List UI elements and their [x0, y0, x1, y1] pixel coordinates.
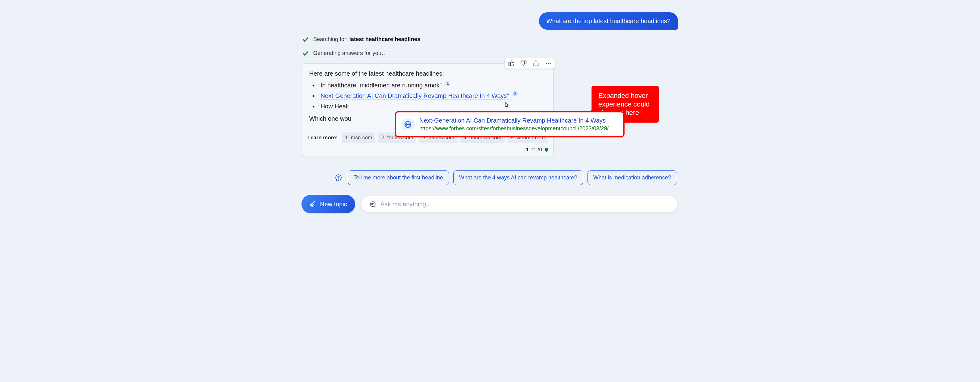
chat-outline-icon	[369, 200, 376, 208]
svg-point-2	[548, 63, 549, 64]
user-message-bubble: What are the top latest healthcare headl…	[539, 12, 678, 30]
suggestion-chip[interactable]: Tell me more about the first headline	[348, 171, 449, 185]
status-dot-icon	[545, 148, 548, 152]
status-searching: Searching for: latest healthcare headlin…	[302, 35, 730, 43]
new-topic-button[interactable]: New topic	[301, 195, 355, 213]
headline-list: “In healthcare, middlemen are running am…	[309, 81, 546, 110]
pager-total: 20	[536, 147, 542, 153]
source-chip[interactable]: 1. msn.com	[342, 133, 375, 143]
link-hover-card[interactable]: Next-Generation AI Can Dramatically Reva…	[395, 111, 625, 137]
citation-badge[interactable]: 2	[512, 91, 518, 96]
hover-title: Next-Generation AI Can Dramatically Reva…	[419, 116, 617, 125]
check-icon	[302, 50, 309, 57]
hover-text: Next-Generation AI Can Dramatically Reva…	[419, 116, 617, 133]
new-topic-label: New topic	[320, 200, 347, 208]
broom-icon	[310, 201, 316, 208]
headline-text: “In healthcare, middlemen are running am…	[318, 82, 442, 89]
searching-prefix: Searching for:	[313, 36, 349, 42]
headline-item: “How Healt	[318, 102, 546, 110]
response-intro: Here are some of the latest healthcare h…	[309, 69, 546, 78]
status-generating: Generating answers for you…	[302, 50, 730, 57]
suggestion-chip[interactable]: What are the 4 ways AI can revamp health…	[453, 171, 583, 185]
headline-link[interactable]: “Next-Generation AI Can Dramatically Rev…	[318, 92, 509, 99]
callout-sup: 1	[639, 109, 641, 113]
hover-url: https://www.forbes.com/sites/forbesbusin…	[419, 125, 617, 133]
question-bubble-icon	[335, 174, 342, 182]
ask-input[interactable]	[380, 201, 670, 208]
feedback-toolbar	[504, 58, 555, 69]
svg-point-1	[546, 63, 547, 64]
searching-query: latest healthcare headlines	[349, 36, 420, 42]
suggestion-chip[interactable]: What is medication adherence?	[587, 171, 677, 185]
response-pager: 1 of 20	[526, 146, 548, 153]
pager-current: 1	[526, 147, 529, 153]
citation-badge[interactable]: 1	[445, 81, 450, 86]
pager-of: of	[530, 147, 535, 153]
status-block: Searching for: latest healthcare headlin…	[302, 35, 730, 57]
share-icon[interactable]	[533, 60, 539, 67]
headline-item: “In healthcare, middlemen are running am…	[318, 81, 546, 90]
headline-item: “Next-Generation AI Can Dramatically Rev…	[318, 91, 546, 100]
learn-more-label: Learn more:	[307, 134, 337, 141]
check-icon	[302, 36, 309, 43]
thumbs-up-icon[interactable]	[508, 60, 515, 67]
generating-text: Generating answers for you…	[313, 50, 387, 57]
svg-point-3	[550, 63, 551, 64]
svg-point-8	[338, 179, 339, 179]
user-message-text: What are the top latest healthcare headl…	[546, 18, 670, 24]
chat-stage: What are the top latest healthcare headl…	[250, 0, 730, 232]
composer-row: New topic	[301, 195, 677, 213]
headline-text: “How Healt	[318, 103, 349, 110]
globe-icon	[402, 118, 414, 130]
ask-input-box[interactable]	[361, 196, 677, 212]
suggestion-row: Tell me more about the first headline Wh…	[302, 171, 677, 185]
response-card: Here are some of the latest healthcare h…	[302, 63, 554, 157]
thumbs-down-icon[interactable]	[520, 60, 527, 67]
more-icon[interactable]	[545, 60, 552, 67]
